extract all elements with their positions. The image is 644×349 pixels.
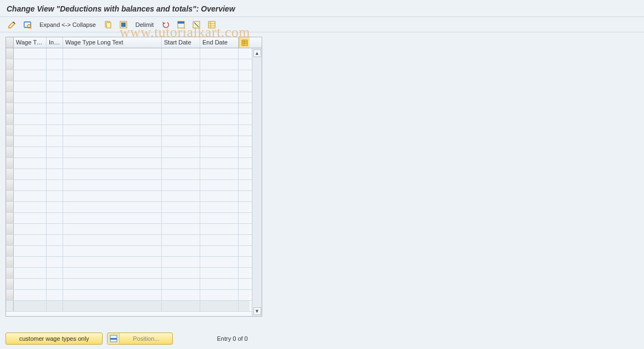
table-row[interactable] bbox=[6, 48, 252, 59]
cell-end-date[interactable] bbox=[200, 180, 239, 190]
cell-infotype[interactable] bbox=[47, 191, 63, 201]
cell-wage-type[interactable] bbox=[14, 180, 47, 190]
row-selector[interactable] bbox=[6, 224, 14, 234]
cell-infotype[interactable] bbox=[47, 246, 63, 256]
table-row[interactable] bbox=[6, 81, 252, 92]
cell-end-date[interactable] bbox=[200, 125, 239, 136]
cell-end-date[interactable] bbox=[200, 202, 239, 212]
cell-wage-type[interactable] bbox=[14, 202, 47, 212]
deselect-all-icon[interactable] bbox=[190, 19, 203, 30]
column-header-infotype[interactable]: Inf... bbox=[47, 37, 63, 48]
table-row[interactable] bbox=[6, 235, 252, 246]
cell-end-date[interactable] bbox=[200, 191, 239, 201]
cell-wage-type[interactable] bbox=[14, 103, 47, 114]
cell-start-date[interactable] bbox=[162, 235, 200, 245]
cell-wage-type[interactable] bbox=[14, 213, 47, 223]
cell-end-date[interactable] bbox=[200, 235, 239, 245]
cell-infotype[interactable] bbox=[47, 213, 63, 223]
cell-long-text[interactable] bbox=[63, 59, 162, 70]
cell-start-date[interactable] bbox=[162, 158, 200, 168]
row-selector[interactable] bbox=[6, 103, 14, 114]
row-selector[interactable] bbox=[6, 147, 14, 157]
row-selector[interactable] bbox=[6, 180, 14, 190]
table-settings-icon[interactable] bbox=[205, 19, 218, 30]
cell-start-date[interactable] bbox=[162, 147, 200, 157]
cell-end-date[interactable] bbox=[200, 70, 239, 81]
cell-long-text[interactable] bbox=[63, 290, 162, 300]
cell-end-date[interactable] bbox=[200, 257, 239, 267]
cell-infotype[interactable] bbox=[47, 202, 63, 212]
table-row[interactable] bbox=[6, 59, 252, 70]
cell-infotype[interactable] bbox=[47, 158, 63, 168]
cell-infotype[interactable] bbox=[47, 136, 63, 147]
cell-start-date[interactable] bbox=[162, 70, 200, 81]
row-selector[interactable] bbox=[6, 246, 14, 256]
cell-wage-type[interactable] bbox=[14, 235, 47, 245]
row-selector[interactable] bbox=[6, 235, 14, 245]
cell-infotype[interactable] bbox=[47, 268, 63, 278]
cell-end-date[interactable] bbox=[200, 158, 239, 168]
row-selector[interactable] bbox=[6, 290, 14, 300]
cell-long-text[interactable] bbox=[63, 257, 162, 267]
copy-icon[interactable] bbox=[101, 19, 115, 30]
cell-end-date[interactable] bbox=[200, 169, 239, 179]
delimit-button[interactable]: Delimit bbox=[132, 21, 157, 28]
cell-long-text[interactable] bbox=[63, 224, 162, 234]
cell-long-text[interactable] bbox=[63, 169, 162, 179]
cell-start-date[interactable] bbox=[162, 48, 200, 59]
cell-infotype[interactable] bbox=[47, 92, 63, 103]
cell-start-date[interactable] bbox=[162, 114, 200, 125]
cell-end-date[interactable] bbox=[200, 268, 239, 278]
cell-infotype[interactable] bbox=[47, 59, 63, 70]
table-row[interactable] bbox=[6, 147, 252, 158]
table-row[interactable] bbox=[6, 191, 252, 202]
row-selector[interactable] bbox=[6, 114, 14, 125]
table-row[interactable] bbox=[6, 103, 252, 114]
table-row[interactable] bbox=[6, 224, 252, 235]
cell-long-text[interactable] bbox=[63, 202, 162, 212]
cell-long-text[interactable] bbox=[63, 125, 162, 136]
cell-end-date[interactable] bbox=[200, 290, 239, 300]
cell-long-text[interactable] bbox=[63, 213, 162, 223]
cell-end-date[interactable] bbox=[200, 147, 239, 157]
cell-infotype[interactable] bbox=[47, 180, 63, 190]
table-row[interactable] bbox=[6, 180, 252, 191]
row-selector[interactable] bbox=[6, 81, 14, 92]
select-block-icon[interactable] bbox=[174, 19, 188, 30]
cell-start-date[interactable] bbox=[162, 59, 200, 70]
cell-start-date[interactable] bbox=[162, 136, 200, 147]
row-selector[interactable] bbox=[6, 257, 14, 267]
toggle-change-icon[interactable] bbox=[5, 19, 19, 30]
row-selector[interactable] bbox=[6, 213, 14, 223]
cell-long-text[interactable] bbox=[63, 235, 162, 245]
table-row[interactable] bbox=[6, 213, 252, 224]
cell-start-date[interactable] bbox=[162, 246, 200, 256]
row-selector[interactable] bbox=[6, 268, 14, 278]
cell-end-date[interactable] bbox=[200, 81, 239, 92]
cell-start-date[interactable] bbox=[162, 279, 200, 289]
cell-end-date[interactable] bbox=[200, 136, 239, 147]
cell-start-date[interactable] bbox=[162, 268, 200, 278]
other-view-icon[interactable] bbox=[21, 19, 34, 30]
table-row[interactable] bbox=[6, 268, 252, 279]
cell-infotype[interactable] bbox=[47, 125, 63, 136]
cell-start-date[interactable] bbox=[162, 301, 200, 311]
cell-wage-type[interactable] bbox=[14, 125, 47, 136]
cell-end-date[interactable] bbox=[200, 301, 239, 311]
cell-infotype[interactable] bbox=[47, 147, 63, 157]
cell-start-date[interactable] bbox=[162, 103, 200, 114]
expand-collapse-button[interactable]: Expand <-> Collapse bbox=[36, 21, 99, 28]
table-row[interactable] bbox=[6, 246, 252, 257]
table-row[interactable] bbox=[6, 92, 252, 103]
configure-columns-icon[interactable] bbox=[239, 37, 250, 48]
cell-wage-type[interactable] bbox=[14, 169, 47, 179]
selection-column-header[interactable] bbox=[6, 37, 14, 48]
cell-wage-type[interactable] bbox=[14, 224, 47, 234]
cell-wage-type[interactable] bbox=[14, 92, 47, 103]
cell-wage-type[interactable] bbox=[14, 268, 47, 278]
table-row[interactable] bbox=[6, 290, 252, 301]
cell-infotype[interactable] bbox=[47, 301, 63, 311]
cell-infotype[interactable] bbox=[47, 279, 63, 289]
cell-start-date[interactable] bbox=[162, 92, 200, 103]
cell-wage-type[interactable] bbox=[14, 81, 47, 92]
